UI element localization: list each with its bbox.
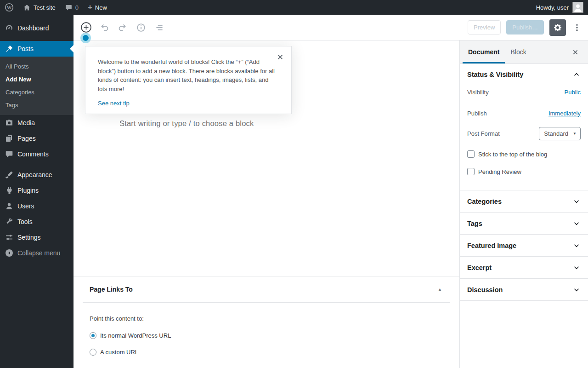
- select-dropdown-arrow-icon: ▼: [573, 132, 577, 136]
- collapse-arrow-icon: [5, 248, 14, 258]
- tab-block[interactable]: Block: [505, 40, 531, 63]
- publish-row: Publish Immediately: [460, 106, 588, 120]
- status-visibility-panel: Status & Visibility Visibility Public Pu…: [460, 64, 588, 190]
- user-icon: [5, 201, 14, 211]
- publish-button[interactable]: Publish…: [506, 20, 544, 34]
- redo-icon[interactable]: [117, 22, 129, 34]
- settings-gear-button[interactable]: [549, 19, 566, 36]
- sidebar-item-appearance[interactable]: Appearance: [0, 167, 74, 183]
- panel-title: Discussion: [467, 286, 503, 293]
- sidebar-item-label: Users: [17, 202, 34, 210]
- panel-discussion[interactable]: Discussion: [460, 279, 588, 301]
- sidebar-item-label: Posts: [17, 45, 34, 52]
- svg-text:W: W: [7, 5, 12, 10]
- editor-tools: [80, 22, 165, 34]
- metabox-title: Page Links To: [90, 286, 133, 293]
- pushpin-icon: [5, 44, 14, 53]
- chevron-down-icon: [572, 219, 581, 228]
- sidebar-item-users[interactable]: Users: [0, 198, 74, 214]
- panel-excerpt[interactable]: Excerpt: [460, 257, 588, 279]
- site-name-menu[interactable]: Test site: [18, 0, 60, 15]
- sidebar-item-posts[interactable]: Posts: [0, 41, 74, 57]
- tip-indicator-dot[interactable]: [83, 35, 89, 41]
- editor-canvas[interactable]: Welcome to the wonderful world of blocks…: [74, 40, 459, 368]
- panel-title: Featured Image: [467, 242, 516, 249]
- submenu-add-new[interactable]: Add New: [0, 73, 74, 86]
- undo-icon[interactable]: [98, 22, 110, 34]
- sidebar-item-label: Settings: [17, 234, 41, 241]
- home-icon: [23, 4, 31, 12]
- block-navigation-icon[interactable]: [153, 22, 165, 34]
- chevron-down-icon: [572, 264, 581, 272]
- document-settings-sidebar: Document Block Status & Visibility Visib…: [459, 40, 588, 368]
- content-structure-info-icon[interactable]: [135, 22, 147, 34]
- comments-menu[interactable]: 0: [60, 0, 83, 15]
- plugins-icon: [5, 186, 14, 195]
- tip-close-icon[interactable]: [277, 52, 286, 62]
- sidebar-item-plugins[interactable]: Plugins: [0, 183, 74, 198]
- sidebar-item-tools[interactable]: Tools: [0, 214, 74, 230]
- metabox-header[interactable]: Page Links To ▲: [83, 276, 450, 303]
- sidebar-item-dashboard[interactable]: Dashboard: [0, 20, 74, 36]
- new-label: New: [95, 4, 107, 11]
- post-format-row: Post Format Standard ▼: [460, 126, 588, 140]
- publish-value-link[interactable]: Immediately: [548, 110, 581, 117]
- block-placeholder-text[interactable]: Start writing or type / to choose a bloc…: [119, 119, 254, 128]
- site-name-label: Test site: [34, 4, 56, 11]
- wordpress-logo-icon: W: [5, 3, 14, 12]
- preview-button[interactable]: Preview: [468, 20, 501, 34]
- select-value: Standard: [544, 130, 568, 137]
- sidebar-item-label: Dashboard: [17, 24, 49, 32]
- chevron-down-icon: [572, 242, 581, 250]
- sidebar-item-label: Comments: [17, 150, 49, 158]
- panel-title: Tags: [467, 220, 482, 227]
- post-format-select[interactable]: Standard ▼: [539, 127, 581, 140]
- sidebar-close-icon[interactable]: [567, 40, 583, 63]
- tab-document[interactable]: Document: [463, 40, 505, 63]
- wordpress-logo-menu[interactable]: W: [0, 0, 18, 15]
- radio-custom-url[interactable]: A custom URL: [90, 349, 443, 356]
- status-panel-header[interactable]: Status & Visibility: [460, 64, 588, 85]
- submenu-all-posts[interactable]: All Posts: [0, 60, 74, 73]
- see-next-tip-link[interactable]: See next tip: [98, 100, 130, 107]
- admin-bar: W Test site 0 + New Howdy, user: [0, 0, 588, 15]
- settings-sliders-icon: [5, 233, 14, 242]
- checkbox-label: Stick to the top of the blog: [478, 151, 547, 158]
- sidebar-item-comments[interactable]: Comments: [0, 146, 74, 162]
- sidebar-item-media[interactable]: Media: [0, 115, 74, 131]
- appearance-brush-icon: [5, 170, 14, 179]
- panel-tags[interactable]: Tags: [460, 213, 588, 235]
- panel-categories[interactable]: Categories: [460, 190, 588, 213]
- comments-icon: [5, 150, 14, 159]
- metabox-collapse-icon[interactable]: ▲: [438, 287, 442, 292]
- comment-bubble-icon: [65, 4, 73, 12]
- visibility-value-link[interactable]: Public: [565, 89, 581, 96]
- sidebar-item-collapse-menu[interactable]: Collapse menu: [0, 245, 74, 261]
- page-links-to-metabox: Page Links To ▲ Point this content to: I…: [83, 276, 450, 368]
- admin-bar-left: W Test site 0 + New: [0, 0, 112, 15]
- checkbox-unchecked-icon: [467, 168, 475, 175]
- howdy-label: Howdy, user: [536, 4, 569, 11]
- visibility-row: Visibility Public: [460, 85, 588, 99]
- publish-label: Publish: [467, 110, 487, 117]
- chevron-up-icon: [572, 70, 581, 79]
- submenu-categories[interactable]: Categories: [0, 86, 74, 98]
- new-content-menu[interactable]: + New: [83, 0, 112, 15]
- more-options-kebab-icon[interactable]: [571, 19, 582, 36]
- tip-text: Welcome to the wonderful world of blocks…: [98, 58, 277, 93]
- metabox-body: Point this content to: Its normal WordPr…: [83, 303, 450, 368]
- tip-popover: Welcome to the wonderful world of blocks…: [85, 46, 292, 114]
- dashboard-icon: [5, 23, 14, 33]
- pending-review-checkbox-row[interactable]: Pending Review: [460, 168, 588, 175]
- submenu-tags[interactable]: Tags: [0, 98, 74, 111]
- block-inserter-button[interactable]: [80, 22, 92, 34]
- sidebar-item-settings[interactable]: Settings: [0, 230, 74, 245]
- account-menu[interactable]: Howdy, user: [536, 0, 588, 15]
- metabox-area: Page Links To ▲ Point this content to: I…: [74, 276, 459, 368]
- panel-featured-image[interactable]: Featured Image: [460, 235, 588, 257]
- avatar: [572, 2, 583, 13]
- current-menu-arrow: [70, 45, 74, 52]
- sidebar-item-pages[interactable]: Pages: [0, 131, 74, 146]
- sticky-checkbox-row[interactable]: Stick to the top of the blog: [460, 150, 588, 158]
- radio-normal-url[interactable]: Its normal WordPress URL: [90, 332, 443, 339]
